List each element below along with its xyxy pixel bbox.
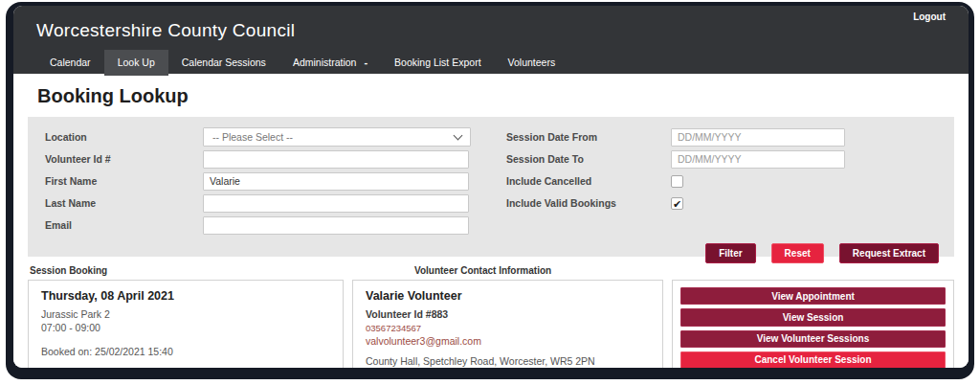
volunteer-address: County Hall, Spetchley Road, Worcester, …: [366, 354, 650, 368]
volunteer-id: Volunteer Id #883: [366, 307, 650, 322]
session-date-from-input[interactable]: [671, 128, 845, 147]
location-selected-value: -- Please Select --: [212, 131, 293, 143]
tab-volunteers[interactable]: Volunteers: [495, 50, 569, 76]
page-content: Booking Lookup Location -- Please Select…: [13, 74, 969, 368]
reset-button[interactable]: Reset: [771, 243, 824, 263]
filter-button[interactable]: Filter: [705, 243, 755, 263]
tab-administration[interactable]: Administration -: [279, 50, 381, 76]
location-select[interactable]: -- Please Select --: [203, 127, 471, 147]
include-valid-bookings-label: Include Valid Bookings: [506, 197, 671, 209]
app-header: Logout Worcestershire County Council Cal…: [13, 6, 969, 74]
view-session-button[interactable]: View Session: [680, 308, 946, 326]
app-window: Logout Worcestershire County Council Cal…: [13, 6, 969, 368]
email-label: Email: [45, 219, 203, 231]
session-date: Thursday, 08 April 2021: [41, 289, 330, 303]
app-title: Worcestershire County Council: [13, 6, 969, 41]
volunteer-id-input[interactable]: [203, 150, 469, 169]
email-input[interactable]: [203, 216, 469, 235]
cancel-volunteer-session-button[interactable]: Cancel Volunteer Session: [680, 351, 946, 368]
session-booked-on: Booked on: 25/02/2021 15:40: [41, 345, 330, 358]
volunteer-contact-header: Volunteer Contact Information: [352, 265, 551, 276]
session-time: 07:00 - 09:00: [41, 321, 330, 334]
first-name-label: First Name: [45, 175, 203, 187]
dropdown-indicator-icon: -: [364, 57, 368, 68]
volunteer-name: Valarie Volunteer: [366, 289, 650, 303]
volunteer-email-link[interactable]: valvolunteer3@gmail.com: [366, 334, 650, 349]
session-booking-card: Thursday, 08 April 2021 Jurassic Park 2 …: [28, 280, 344, 368]
session-date-to-label: Session Date To: [506, 153, 671, 165]
request-extract-button[interactable]: Request Extract: [839, 243, 939, 263]
tab-administration-label: Administration: [293, 57, 357, 68]
tab-calendar[interactable]: Calendar: [36, 50, 104, 76]
tab-calendar-sessions[interactable]: Calendar Sessions: [168, 50, 279, 76]
first-name-input[interactable]: [203, 172, 469, 191]
chevron-down-icon: [454, 130, 463, 140]
session-date-from-label: Session Date From: [506, 131, 671, 143]
session-location: Jurassic Park 2: [41, 307, 330, 321]
include-cancelled-label: Include Cancelled: [506, 175, 671, 187]
last-name-input[interactable]: [203, 194, 469, 213]
window-frame: Logout Worcestershire County Council Cal…: [6, 2, 974, 379]
volunteer-phone-link[interactable]: 03567234567: [366, 322, 650, 334]
tab-booking-list-export[interactable]: Booking List Export: [381, 50, 494, 76]
session-date-to-input[interactable]: [671, 150, 845, 169]
page-title: Booking Lookup: [37, 85, 954, 107]
session-booking-header: Session Booking: [28, 265, 352, 276]
volunteer-id-label: Volunteer Id #: [45, 153, 203, 165]
volunteer-contact-card: Valarie Volunteer Volunteer Id #883 0356…: [352, 280, 663, 368]
view-appointment-button[interactable]: View Appointment: [680, 287, 946, 305]
logout-link[interactable]: Logout: [913, 11, 946, 22]
last-name-label: Last Name: [45, 197, 203, 209]
main-nav: Calendar Look Up Calendar Sessions Admin…: [36, 50, 969, 76]
session-actions-card: View Appointment View Session View Volun…: [672, 280, 954, 368]
include-valid-bookings-checkbox[interactable]: ✔: [671, 197, 683, 210]
view-volunteer-sessions-button[interactable]: View Volunteer Sessions: [680, 330, 946, 348]
include-cancelled-checkbox[interactable]: [671, 175, 683, 188]
filter-panel: Location -- Please Select -- Volunteer I…: [28, 117, 954, 257]
tab-look-up[interactable]: Look Up: [104, 50, 168, 76]
location-label: Location: [45, 131, 203, 143]
